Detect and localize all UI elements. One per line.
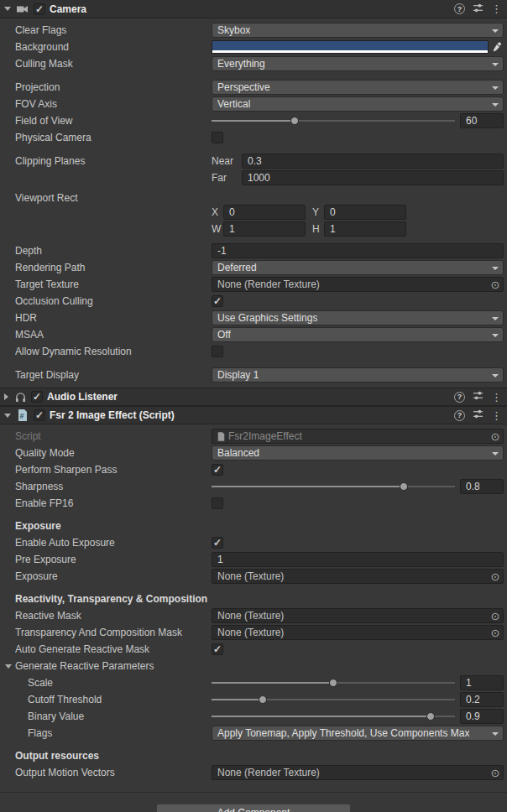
clear-flags-dropdown[interactable]: Skybox: [212, 23, 504, 38]
exposure-row: Exposure None (Texture) ⊙: [0, 568, 507, 585]
camera-foldout-icon[interactable]: [4, 7, 11, 11]
target-texture-field[interactable]: None (Render Texture) ⊙: [212, 277, 504, 292]
msaa-dropdown[interactable]: Off: [212, 327, 504, 342]
viewport-rect-row: Viewport Rect: [0, 191, 507, 204]
hdr-dropdown[interactable]: Use Graphics Settings: [212, 310, 504, 325]
add-component-button[interactable]: Add Component: [156, 804, 351, 812]
projection-value: Perspective: [217, 81, 270, 93]
projection-dropdown[interactable]: Perspective: [212, 80, 504, 95]
generate-reactive-parameters-row[interactable]: Generate Reactive Parameters: [0, 658, 507, 674]
viewport-y-input[interactable]: 0: [324, 205, 406, 220]
quality-mode-dropdown[interactable]: Balanced: [212, 445, 504, 461]
allow-dynamic-resolution-checkbox[interactable]: [212, 346, 223, 357]
physical-camera-checkbox[interactable]: [212, 132, 223, 143]
clear-flags-label: Clear Flags: [15, 24, 212, 36]
binary-value-input[interactable]: 0.9: [460, 709, 504, 724]
fov-axis-dropdown[interactable]: Vertical: [212, 96, 504, 112]
enable-auto-exposure-checkbox[interactable]: [212, 537, 223, 549]
kebab-menu-icon[interactable]: ⋮: [491, 3, 502, 14]
audio-listener-header[interactable]: Audio Listener ? ⋮: [0, 388, 507, 406]
camera-header[interactable]: Camera ? ⋮: [0, 0, 507, 18]
perform-sharpen-pass-checkbox[interactable]: [212, 464, 223, 476]
presets-icon[interactable]: [473, 390, 483, 403]
field-of-view-label: Field of View: [15, 115, 212, 127]
presets-icon[interactable]: [473, 409, 483, 422]
dropdown-arrow-icon: [492, 103, 499, 107]
occlusion-culling-checkbox[interactable]: [212, 295, 223, 307]
object-picker-icon[interactable]: ⊙: [489, 570, 501, 583]
occlusion-culling-row: Occlusion Culling: [0, 293, 507, 310]
rendering-path-label: Rendering Path: [15, 262, 212, 273]
fsr-foldout-icon[interactable]: [4, 414, 11, 418]
kebab-menu-icon[interactable]: ⋮: [491, 392, 502, 403]
enable-fp16-checkbox[interactable]: [212, 497, 223, 509]
viewport-h-input[interactable]: 1: [324, 221, 406, 237]
target-texture-row: Target Texture None (Render Texture) ⊙: [0, 276, 507, 293]
target-display-dropdown[interactable]: Display 1: [212, 367, 504, 383]
slider-thumb[interactable]: [329, 679, 337, 687]
clear-flags-row: Clear Flags Skybox: [0, 22, 507, 39]
camera-enabled-checkbox[interactable]: [34, 3, 45, 15]
cutoff-threshold-input[interactable]: 0.2: [460, 692, 504, 707]
slider-thumb[interactable]: [400, 482, 408, 491]
rendering-path-dropdown[interactable]: Deferred: [212, 260, 504, 275]
help-icon[interactable]: ?: [454, 410, 465, 421]
flags-dropdown[interactable]: Apply Tonemap, Apply Threshold, Use Comp…: [212, 726, 504, 741]
projection-label: Projection: [15, 81, 212, 93]
culling-mask-dropdown[interactable]: Everything: [212, 56, 504, 71]
presets-icon[interactable]: [473, 3, 483, 16]
fsr-body: Script Fsr2ImageEffect ⊙ Quality Mode Ba…: [0, 424, 507, 785]
hdr-value: Use Graphics Settings: [217, 312, 317, 324]
object-picker-icon[interactable]: ⊙: [489, 278, 501, 291]
camera-body: Clear Flags Skybox Background Culling Ma…: [0, 18, 507, 388]
transparency-mask-field[interactable]: None (Texture) ⊙: [212, 625, 504, 640]
fsr-header[interactable]: # Fsr 2 Image Effect (Script) ? ⋮: [0, 406, 507, 424]
sharpness-input[interactable]: 0.8: [460, 479, 504, 494]
object-picker-icon[interactable]: ⊙: [489, 626, 501, 639]
exposure-field[interactable]: None (Texture) ⊙: [212, 569, 504, 584]
output-motion-vectors-field[interactable]: None (Render Texture) ⊙: [212, 765, 504, 780]
reactive-mask-value: None (Texture): [217, 610, 284, 622]
fsr-enabled-checkbox[interactable]: [34, 409, 45, 421]
hdr-row: HDR Use Graphics Settings: [0, 310, 507, 326]
slider-thumb[interactable]: [426, 712, 435, 721]
fov-axis-row: FOV Axis Vertical: [0, 96, 507, 112]
dropdown-arrow-icon: [492, 267, 499, 270]
object-picker-icon[interactable]: ⊙: [489, 609, 501, 622]
kebab-menu-icon[interactable]: ⋮: [491, 410, 502, 421]
audio-listener-foldout-icon[interactable]: [4, 393, 8, 400]
help-icon[interactable]: ?: [454, 3, 465, 14]
scale-input[interactable]: 1: [460, 675, 504, 690]
pre-exposure-input[interactable]: 1: [212, 552, 504, 567]
background-color-swatch[interactable]: [212, 40, 489, 54]
auto-generate-reactive-mask-label: Auto Generate Reactive Mask: [15, 643, 212, 655]
msaa-value: Off: [217, 329, 231, 341]
eyedropper-icon[interactable]: [490, 42, 504, 52]
flags-row: Flags Apply Tonemap, Apply Threshold, Us…: [0, 725, 507, 742]
object-picker-icon[interactable]: ⊙: [489, 766, 501, 779]
auto-generate-reactive-mask-checkbox[interactable]: [212, 643, 223, 655]
binary-value-slider[interactable]: [212, 709, 455, 724]
enable-auto-exposure-row: Enable Auto Exposure: [0, 534, 507, 551]
slider-thumb[interactable]: [259, 695, 267, 704]
object-picker-icon[interactable]: ⊙: [489, 429, 501, 443]
audio-listener-header-icons: ? ⋮: [454, 390, 502, 403]
help-icon[interactable]: ?: [454, 392, 465, 403]
cutoff-threshold-slider[interactable]: [212, 692, 455, 707]
audio-listener-enabled-checkbox[interactable]: [31, 391, 43, 403]
depth-input[interactable]: -1: [212, 243, 504, 258]
scale-slider[interactable]: [212, 675, 455, 690]
field-of-view-slider[interactable]: [212, 113, 455, 128]
quality-mode-value: Balanced: [217, 447, 259, 459]
viewport-x-input[interactable]: 0: [223, 205, 306, 220]
generate-reactive-parameters-foldout-icon[interactable]: [5, 664, 12, 669]
reactive-mask-field[interactable]: None (Texture) ⊙: [212, 608, 504, 623]
field-of-view-input[interactable]: 60: [460, 113, 504, 128]
depth-label: Depth: [15, 245, 212, 257]
viewport-w-input[interactable]: 1: [223, 221, 306, 237]
near-input[interactable]: 0.3: [242, 154, 504, 169]
far-input[interactable]: 1000: [242, 170, 504, 185]
slider-thumb[interactable]: [290, 117, 299, 125]
dropdown-arrow-icon: [492, 29, 499, 33]
sharpness-slider[interactable]: [212, 479, 455, 494]
